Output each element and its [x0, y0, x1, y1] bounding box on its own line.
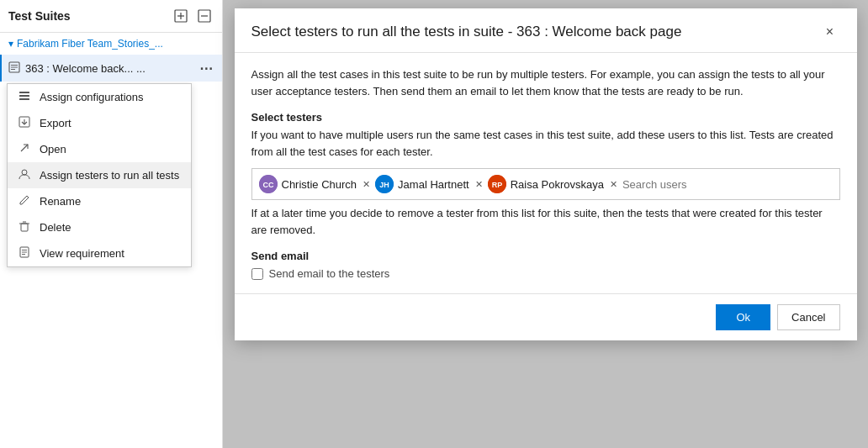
modal-header: Select testers to run all the tests in s… — [235, 8, 857, 53]
suite-item-icon — [8, 61, 20, 76]
removal-notice: If at a later time you decide to remove … — [251, 205, 840, 238]
modal-close-button[interactable]: × — [820, 22, 840, 42]
delete-icon — [18, 220, 31, 235]
avatar-cc: CC — [259, 175, 278, 193]
select-testers-description: If you want to have multiple users run t… — [251, 127, 840, 160]
chevron-down-icon: ▾ — [8, 38, 13, 50]
menu-item-open-label: Open — [40, 143, 66, 155]
menu-item-assign-config[interactable]: Assign configurations — [8, 84, 191, 110]
tester-name-cc: Christie Church — [282, 178, 357, 191]
add-suite-button[interactable] — [172, 7, 190, 25]
tester-remove-cc[interactable]: ✕ — [363, 179, 370, 190]
menu-item-delete[interactable]: Delete — [8, 214, 191, 240]
svg-text:RP: RP — [491, 181, 502, 189]
modal-description: Assign all the test cases in this test s… — [251, 66, 840, 99]
suite-item[interactable]: 363 : Welcome back... ... ⋯ — [0, 55, 222, 82]
view-requirement-icon — [18, 246, 31, 261]
rename-icon — [18, 194, 31, 208]
suite-more-button[interactable]: ⋯ — [197, 59, 215, 77]
tester-remove-rp[interactable]: ✕ — [610, 179, 617, 190]
menu-item-assign-testers-label: Assign testers to run all tests — [40, 169, 179, 182]
menu-item-assign-testers[interactable]: Assign testers to run all tests — [8, 162, 191, 188]
cancel-button[interactable]: Cancel — [777, 304, 839, 330]
modal-footer: Ok Cancel — [235, 293, 857, 340]
search-users-input[interactable] — [622, 178, 707, 191]
tester-chip-jh: JH Jamal Hartnett ✕ — [375, 175, 483, 193]
tester-name-jh: Jamal Hartnett — [398, 178, 469, 191]
team-label[interactable]: ▾ Fabrikam Fiber Team_Stories_... — [0, 33, 222, 55]
modal-title: Select testers to run all the tests in s… — [251, 24, 682, 40]
send-email-heading: Send email — [251, 250, 840, 262]
svg-rect-9 — [19, 92, 29, 93]
menu-item-open[interactable]: Open — [8, 136, 191, 162]
svg-text:JH: JH — [379, 181, 389, 189]
send-email-checkbox[interactable] — [251, 268, 263, 280]
open-icon — [18, 142, 31, 156]
sidebar-title: Test Suites — [8, 9, 71, 23]
select-testers-heading: Select testers — [251, 111, 840, 124]
suite-item-label: 363 : Welcome back... ... — [25, 62, 197, 75]
svg-rect-10 — [19, 95, 29, 97]
svg-rect-11 — [19, 98, 29, 100]
send-email-row: Send email to the testers — [251, 267, 840, 280]
context-menu: Assign configurations Export Open Assign… — [7, 83, 192, 267]
menu-item-delete-label: Delete — [40, 221, 71, 234]
assign-testers-icon — [18, 168, 31, 182]
export-icon — [18, 116, 31, 130]
svg-point-15 — [22, 170, 27, 175]
svg-line-14 — [21, 145, 28, 151]
menu-item-export-label: Export — [40, 117, 71, 129]
assign-config-icon — [18, 90, 31, 104]
send-email-section: Send email Send email to the testers — [251, 250, 840, 280]
ok-button[interactable]: Ok — [716, 304, 770, 330]
menu-item-view-requirement[interactable]: View requirement — [8, 240, 191, 266]
avatar-rp: RP — [488, 175, 506, 193]
tester-chip-cc: CC Christie Church ✕ — [259, 175, 371, 193]
collapse-button[interactable] — [195, 7, 214, 25]
menu-item-export[interactable]: Export — [8, 110, 191, 136]
modal-dialog: Select testers to run all the tests in s… — [235, 8, 857, 340]
menu-item-view-requirement-label: View requirement — [40, 247, 124, 260]
sidebar-header: Test Suites — [0, 0, 222, 33]
sidebar-header-icons — [172, 7, 214, 25]
menu-item-rename-label: Rename — [40, 195, 81, 208]
menu-item-rename[interactable]: Rename — [8, 188, 191, 214]
tester-chip-rp: RP Raisa Pokrovskaya ✕ — [488, 175, 617, 193]
menu-item-assign-config-label: Assign configurations — [40, 91, 144, 103]
sidebar: Test Suites ▾ Fabrikam Fiber Team_Storie… — [0, 0, 223, 448]
modal-overlay: Select testers to run all the tests in s… — [223, 0, 868, 448]
testers-box[interactable]: CC Christie Church ✕ JH Jamal Hartnett ✕ — [251, 168, 840, 200]
tester-remove-jh[interactable]: ✕ — [475, 179, 483, 190]
avatar-jh: JH — [375, 175, 394, 193]
modal-body: Assign all the test cases in this test s… — [235, 53, 857, 293]
send-email-checkbox-label: Send email to the testers — [269, 267, 390, 280]
svg-rect-16 — [21, 224, 28, 231]
tester-name-rp: Raisa Pokrovskaya — [511, 178, 604, 191]
svg-text:CC: CC — [262, 181, 273, 189]
